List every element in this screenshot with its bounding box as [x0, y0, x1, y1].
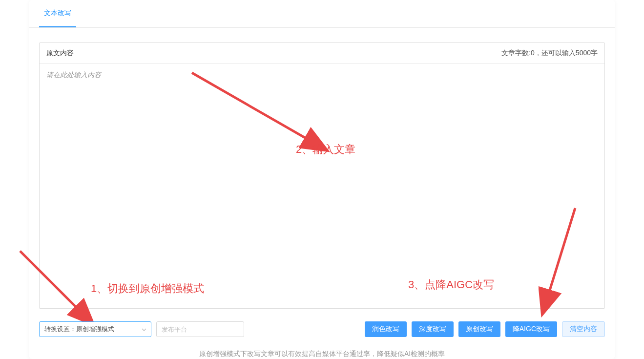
- tab-text-rewrite[interactable]: 文本改写: [39, 0, 76, 27]
- original-rewrite-button[interactable]: 原创改写: [458, 321, 500, 337]
- char-counter: 文章字数:0，还可以输入5000字: [501, 49, 598, 58]
- mode-select[interactable]: 转换设置：原创增强模式: [39, 321, 151, 337]
- textarea-wrapper: 2、输入文章 1、切换到原创增强模式: [40, 64, 604, 308]
- mode-select-wrapper[interactable]: 转换设置：原创增强模式: [39, 321, 151, 337]
- mode-select-text: 转换设置：原创增强模式: [44, 325, 114, 334]
- footer-hint: 原创增强模式下改写文章可以有效提高自媒体平台通过率，降低疑似AI检测的概率: [29, 346, 615, 359]
- main-container: 文本改写 原文内容 文章字数:0，还可以输入5000字 2、输入: [29, 0, 615, 359]
- clear-content-button[interactable]: 清空内容: [562, 321, 605, 337]
- polish-rewrite-button[interactable]: 润色改写: [365, 321, 407, 337]
- deep-rewrite-button[interactable]: 深度改写: [412, 321, 454, 337]
- tabs-bar: 文本改写: [29, 0, 615, 28]
- text-input-box: 原文内容 文章字数:0，还可以输入5000字 2、输入文章: [39, 42, 605, 309]
- text-header: 原文内容 文章字数:0，还可以输入5000字: [40, 43, 604, 64]
- chevron-down-icon: [142, 326, 146, 332]
- content-area: 原文内容 文章字数:0，还可以输入5000字 2、输入文章: [29, 28, 615, 309]
- platform-input[interactable]: [156, 321, 244, 337]
- content-textarea[interactable]: [40, 64, 604, 308]
- original-content-label: 原文内容: [46, 49, 74, 58]
- bottom-toolbar: 转换设置：原创增强模式 润色改写 深度改写 原创改写 降AIGC改写 清空内容: [29, 309, 615, 346]
- aigc-rewrite-button[interactable]: 降AIGC改写: [505, 321, 557, 337]
